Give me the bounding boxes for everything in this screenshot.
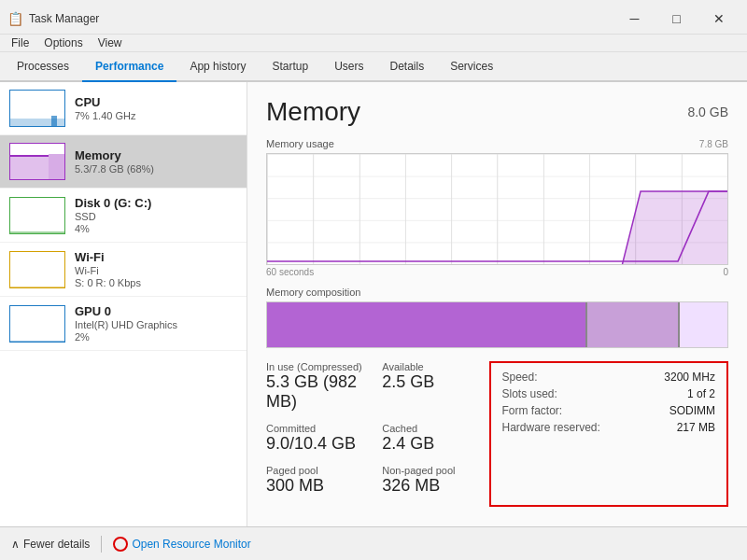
comp-free (680, 302, 727, 347)
stats-grid: In use (Compressed) 5.3 GB (982 MB) Avai… (266, 361, 728, 507)
committed-cached-row: Committed 9.0/10.4 GB Cached 2.4 GB (266, 423, 480, 465)
wifi-speed: S: 0 R: 0 Kbps (75, 277, 237, 288)
cpu-thumbnail (9, 90, 65, 127)
stats-left: In use (Compressed) 5.3 GB (982 MB) Avai… (266, 361, 480, 507)
bottom-separator (101, 536, 102, 553)
detail-header: Memory 8.0 GB (266, 97, 728, 127)
tab-users[interactable]: Users (321, 52, 376, 82)
composition-section: Memory composition (266, 287, 728, 348)
menu-view[interactable]: View (91, 35, 130, 51)
spec-speed-row: Speed: 3200 MHz (502, 371, 716, 384)
tab-details[interactable]: Details (376, 52, 437, 82)
disk-label: Disk 0 (G: C:) (75, 196, 237, 210)
wifi-label: Wi-Fi (75, 250, 237, 264)
slots-label: Slots used: (502, 387, 557, 400)
detail-total: 8.0 GB (687, 105, 728, 119)
menu-bar: File Options View (0, 35, 747, 52)
graph-time-left: 60 seconds (266, 267, 314, 277)
stat-available: Available 2.5 GB (382, 361, 479, 412)
memory-usage: 5.3/7.8 GB (68%) (75, 163, 237, 175)
pool-row: Paged pool 300 MB Non-paged pool 326 MB (266, 465, 480, 507)
paged-label: Paged pool (266, 465, 363, 476)
title-bar: 📋 Task Manager ─ □ ✕ (0, 0, 747, 35)
detail-title: Memory (266, 97, 360, 127)
menu-file[interactable]: File (4, 35, 36, 51)
wifi-type: Wi-Fi (75, 265, 237, 276)
tab-performance[interactable]: Performance (82, 52, 176, 82)
bottom-bar: ∧ Fewer details Open Resource Monitor (0, 526, 747, 560)
composition-label: Memory composition (266, 287, 728, 298)
gpu-thumbnail (9, 305, 65, 343)
minimize-button[interactable]: ─ (613, 6, 655, 32)
disk-thumbnail (9, 197, 65, 234)
spec-form-row: Form factor: SODIMM (502, 404, 716, 417)
fewer-details-button[interactable]: ∧ Fewer details (11, 538, 90, 551)
composition-bar (266, 301, 728, 348)
chevron-up-icon: ∧ (11, 538, 20, 551)
detail-panel: Memory 8.0 GB Memory usage 7.8 GB (247, 82, 747, 558)
tab-processes[interactable]: Processes (4, 52, 82, 82)
cpu-usage: 7% 1.40 GHz (75, 110, 237, 121)
sidebar-item-gpu[interactable]: GPU 0 Intel(R) UHD Graphics 2% (0, 297, 247, 351)
sidebar-item-disk[interactable]: Disk 0 (G: C:) SSD 4% (0, 189, 247, 243)
slots-value: 1 of 2 (687, 387, 715, 400)
memory-info: Memory 5.3/7.8 GB (68%) (75, 148, 237, 175)
graph-time-right: 0 (723, 267, 728, 277)
wifi-info: Wi-Fi Wi-Fi S: 0 R: 0 Kbps (75, 250, 237, 288)
memory-label: Memory (75, 148, 237, 162)
tab-startup[interactable]: Startup (259, 52, 321, 82)
stat-paged: Paged pool 300 MB (266, 465, 363, 496)
tab-services[interactable]: Services (437, 52, 506, 82)
cpu-label: CPU (75, 95, 237, 109)
sidebar-item-memory[interactable]: Memory 5.3/7.8 GB (68%) (0, 135, 247, 189)
stat-nonpaged: Non-paged pool 326 MB (382, 465, 479, 496)
graph-max-label: 7.8 GB (699, 139, 728, 149)
speed-value: 3200 MHz (664, 371, 715, 384)
disk-usage: 4% (75, 223, 237, 234)
hwreserved-value: 217 MB (677, 421, 715, 434)
menu-options[interactable]: Options (36, 35, 90, 51)
open-resource-monitor-button[interactable]: Open Resource Monitor (113, 537, 250, 552)
sidebar-item-wifi[interactable]: Wi-Fi Wi-Fi S: 0 R: 0 Kbps (0, 243, 247, 297)
maximize-button[interactable]: □ (655, 6, 698, 32)
comp-in-use (267, 302, 585, 347)
available-label: Available (382, 361, 479, 372)
cached-label: Cached (382, 423, 479, 434)
memory-usage-graph (266, 153, 728, 265)
tab-app-history[interactable]: App history (176, 52, 259, 82)
app-title: Task Manager (29, 12, 99, 25)
available-value: 2.5 GB (382, 372, 479, 392)
hwreserved-label: Hardware reserved: (502, 421, 600, 434)
inuse-label: In use (Compressed) (266, 361, 363, 372)
title-bar-left: 📋 Task Manager (7, 11, 99, 26)
gpu-label: GPU 0 (75, 304, 237, 318)
app-icon: 📋 (7, 11, 23, 26)
stat-committed: Committed 9.0/10.4 GB (266, 423, 363, 454)
cached-value: 2.4 GB (382, 434, 479, 454)
committed-label: Committed (266, 423, 363, 434)
main-content: CPU 7% 1.40 GHz Memory 5.3/7.8 GB (68%) … (0, 82, 747, 558)
sidebar: CPU 7% 1.40 GHz Memory 5.3/7.8 GB (68%) … (0, 82, 247, 558)
comp-standby (587, 302, 678, 347)
nonpaged-value: 326 MB (382, 476, 479, 496)
specs-panel: Speed: 3200 MHz Slots used: 1 of 2 Form … (489, 361, 729, 507)
disk-type: SSD (75, 211, 237, 222)
gpu-model: Intel(R) UHD Graphics (75, 319, 237, 330)
gpu-info: GPU 0 Intel(R) UHD Graphics 2% (75, 304, 237, 343)
close-button[interactable]: ✕ (698, 6, 740, 32)
spec-slots-row: Slots used: 1 of 2 (502, 387, 716, 400)
inuse-value: 5.3 GB (982 MB) (266, 372, 363, 412)
wifi-thumbnail (9, 251, 65, 288)
nonpaged-label: Non-paged pool (382, 465, 479, 476)
paged-value: 300 MB (266, 476, 363, 496)
memory-thumbnail (9, 143, 65, 180)
fewer-details-label: Fewer details (23, 538, 90, 551)
form-label: Form factor: (502, 404, 563, 417)
graph-time-labels: 60 seconds 0 (266, 267, 728, 277)
form-value: SODIMM (669, 404, 715, 417)
title-bar-controls: ─ □ ✕ (613, 6, 740, 32)
stat-inuse: In use (Compressed) 5.3 GB (982 MB) (266, 361, 363, 412)
tab-bar: Processes Performance App history Startu… (0, 52, 747, 82)
sidebar-item-cpu[interactable]: CPU 7% 1.40 GHz (0, 82, 247, 135)
gpu-usage: 2% (75, 331, 237, 343)
